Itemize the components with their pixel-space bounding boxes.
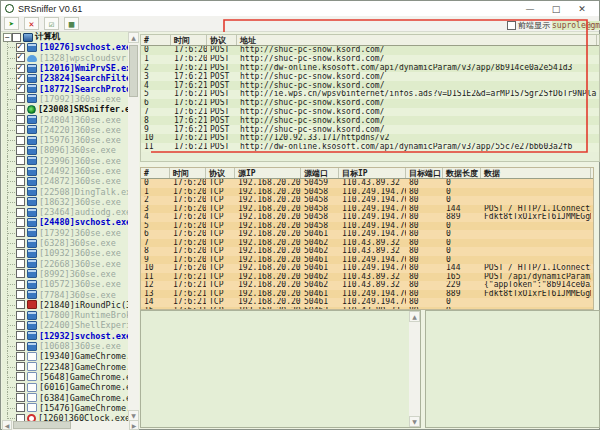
packet-row[interactable]: 617:6:20TCP192.168.20.20350461110.249.19… <box>141 230 593 239</box>
tree-item-22508[interactable]: [22508]DingTalk.exe <box>2 186 138 196</box>
column-header-protocol[interactable]: 协议 <box>207 35 237 45</box>
process-checkbox[interactable] <box>16 290 25 299</box>
process-checkbox[interactable] <box>16 280 25 289</box>
tree-item-24804[interactable]: [24804]360se.exe <box>2 114 138 124</box>
process-checkbox[interactable] <box>16 239 25 248</box>
tree-item-10572[interactable]: [10572]360se.exe <box>2 279 138 289</box>
tree-item-6016[interactable]: [6016]GameChrome.exe <box>2 382 138 392</box>
scrollbar-thumb[interactable] <box>13 421 71 429</box>
request-row[interactable]: 617:6:21POSThttp://shuc-pc-snow.ksord.co… <box>141 99 599 108</box>
process-checkbox[interactable] <box>16 208 25 217</box>
scrollbar-thumb[interactable] <box>129 45 138 97</box>
request-row[interactable]: 317:6:21POSThttp://shuc-pc-snow.ksord.co… <box>141 72 599 81</box>
packet-row[interactable]: 417:6:20TCP192.168.20.20350458110.249.19… <box>141 213 593 222</box>
column-header-dest-ip[interactable]: 目标IP <box>339 168 406 178</box>
process-checkbox[interactable] <box>16 228 25 237</box>
request-row[interactable]: 1017:6:21POSThttp://120.92.33.171/httpdn… <box>141 134 599 143</box>
tree-item-24872[interactable]: [24872]360se.exe <box>2 176 138 186</box>
column-header-dest-port[interactable]: 目标端口 <box>406 168 443 178</box>
column-header-id[interactable]: # <box>141 168 170 178</box>
process-checkbox[interactable] <box>16 342 25 351</box>
tree-item-17992[interactable]: [17992]360se.exe <box>2 94 138 104</box>
tree-item-21840[interactable]: [21840]iRoundPic(3).exe <box>2 300 138 310</box>
start-capture-button[interactable]: ➤ <box>4 17 19 30</box>
packet-row[interactable]: 017:6:20TCP192.168.20.20350459110.43.89.… <box>141 179 593 188</box>
tree-vertical-scrollbar[interactable]: ▲ ▼ <box>128 32 139 421</box>
scroll-right-icon[interactable]: ▶ <box>129 420 139 430</box>
process-checkbox[interactable] <box>16 43 25 52</box>
tree-item-6384[interactable]: [6384]GameChrome.exe <box>2 392 138 402</box>
process-checkbox[interactable] <box>16 352 25 361</box>
tree-item-18772[interactable]: [18772]SearchProtocolHost.exe <box>2 83 138 93</box>
process-checkbox[interactable] <box>16 64 25 73</box>
packet-row[interactable]: 817:6:20TCP192.168.20.20350462110.43.89.… <box>141 247 593 256</box>
process-checkbox[interactable] <box>16 84 25 93</box>
packet-row[interactable]: 1217:6:21TCP192.168.20.20350462110.43.89… <box>141 281 593 290</box>
process-checkbox[interactable] <box>16 156 25 165</box>
column-header-data[interactable]: 数据 <box>481 168 591 178</box>
process-checkbox[interactable] <box>16 311 25 320</box>
tree-item-5648[interactable]: [5648]GameChrome.exe <box>2 372 138 382</box>
request-row[interactable]: 817:6:21POSThttp://shuc-pc-snow.ksord.co… <box>141 116 599 125</box>
packet-row[interactable]: 917:6:20TCP192.168.20.20350461110.249.19… <box>141 256 593 265</box>
request-row[interactable]: 517:6:21POSThttp://ie.wps.cn/wpsv6intern… <box>141 90 599 99</box>
process-checkbox[interactable] <box>16 105 25 114</box>
column-header-protocol[interactable]: 协议 <box>206 168 235 178</box>
scroll-left-icon[interactable]: ◀ <box>2 420 12 430</box>
process-checkbox[interactable] <box>16 146 25 155</box>
scroll-up-icon[interactable]: ▲ <box>128 32 139 43</box>
column-header-source-port[interactable]: 源端口 <box>301 168 339 178</box>
tree-item-23996[interactable]: [23996]360se.exe <box>2 156 138 166</box>
column-header-address[interactable]: 地址 <box>237 35 597 45</box>
tree-item-15976[interactable]: [15976]360se.exe <box>2 135 138 145</box>
process-checkbox[interactable] <box>16 414 25 421</box>
tree-item-23464[interactable]: [23464]audiodg.exe <box>2 207 138 217</box>
process-checkbox[interactable] <box>16 269 25 278</box>
process-checkbox[interactable] <box>16 249 25 258</box>
process-checkbox[interactable] <box>16 197 25 206</box>
process-checkbox[interactable] <box>16 53 25 62</box>
process-checkbox[interactable] <box>16 383 25 392</box>
tree-item-19340[interactable]: [19340]GameChrome.exe <box>2 351 138 361</box>
tree-item-23008[interactable]: [23008]SRSniffer.exe <box>2 104 138 114</box>
maximize-button[interactable]: □ <box>543 1 569 16</box>
tree-item-6328[interactable]: [6328]360se.exe <box>2 238 138 248</box>
tree-item-23824[interactable]: [23824]SearchFilterHost.exe <box>2 73 138 83</box>
tree-item-15476[interactable]: [15476]GameChrome.exe <box>2 403 138 413</box>
process-checkbox[interactable] <box>16 187 25 196</box>
tree-item-17800[interactable]: [17800]RuntimeBroker.exe <box>2 310 138 320</box>
request-row[interactable]: 1117:6:21POSThttp://dw-online.ksosoft.co… <box>141 143 599 152</box>
packet-row[interactable]: 1117:6:21TCP192.168.20.20350462110.43.89… <box>141 273 593 282</box>
close-button[interactable]: ✕ <box>569 1 595 16</box>
tree-horizontal-scrollbar[interactable]: ◀ ▶ <box>2 421 139 430</box>
request-row[interactable]: 117:6:20POSThttp://shuc-pc-snow.ksord.co… <box>141 55 599 64</box>
tree-item-24220[interactable]: [24220]360se.exe <box>2 125 138 135</box>
process-checkbox[interactable] <box>16 372 25 381</box>
process-checkbox[interactable] <box>16 74 25 83</box>
root-checkbox[interactable] <box>12 33 21 42</box>
save-image-button[interactable]: ▦ <box>64 17 79 30</box>
process-checkbox[interactable] <box>16 331 25 340</box>
process-checkbox[interactable] <box>16 94 25 103</box>
process-checkbox[interactable] <box>16 362 25 371</box>
process-checkbox[interactable] <box>16 403 25 412</box>
request-row[interactable]: 717:6:21POSThttp://shuc-pc-snow.ksord.co… <box>141 108 599 117</box>
request-row[interactable]: 417:6:21POSThttp://shuc-pc-snow.ksord.co… <box>141 81 599 90</box>
tree-item-18632[interactable]: [18632]360se.exe <box>2 197 138 207</box>
packet-row[interactable]: 217:6:20TCP192.168.20.20350458110.249.19… <box>141 196 593 205</box>
process-checkbox[interactable] <box>16 321 25 330</box>
scroll-up-icon[interactable]: ▲ <box>409 311 420 322</box>
scroll-down-icon[interactable]: ▼ <box>409 416 420 427</box>
process-checkbox[interactable] <box>16 177 25 186</box>
tree-item-12932[interactable]: [12932]svchost.exe <box>2 331 138 341</box>
tree-item-8096[interactable]: [8096]360se.exe <box>2 145 138 155</box>
packet-row[interactable]: 117:6:20TCP192.168.20.20350458110.249.19… <box>141 188 593 197</box>
frontend-display-checkbox[interactable] <box>507 21 516 30</box>
tree-item-8992[interactable]: [8992]360se.exe <box>2 269 138 279</box>
tree-root[interactable]: − 计算机 <box>2 32 138 42</box>
column-header-time[interactable]: 时间 <box>171 35 207 45</box>
tree-item-22668[interactable]: [22668]360se.exe <box>2 259 138 269</box>
process-checkbox[interactable] <box>16 300 25 309</box>
process-checkbox[interactable] <box>16 136 25 145</box>
tree-item-22400[interactable]: [22400]ShellExperienceHost.exe <box>2 320 138 330</box>
